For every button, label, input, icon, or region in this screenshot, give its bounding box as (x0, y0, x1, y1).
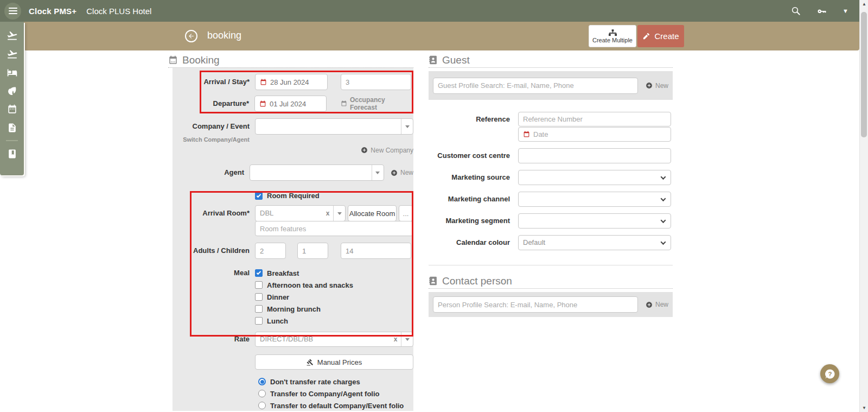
departure-label: Departure* (173, 96, 252, 112)
sidebar-item-flight-arrival[interactable] (0, 26, 24, 45)
new-company-link[interactable]: New Company (361, 147, 413, 154)
stay-nights-input[interactable] (341, 74, 411, 90)
calendar-colour-label: Calendar colour (429, 235, 510, 250)
help-button[interactable]: ? (820, 364, 839, 383)
sidebar-item-rooms[interactable] (0, 63, 24, 81)
chevron-down-icon (661, 218, 666, 223)
allocate-room-button[interactable]: Allocate Room (348, 205, 397, 221)
combo-caret-icon[interactable] (333, 206, 345, 221)
left-nav-sidebar (0, 22, 24, 175)
meal-option-row: Breakfast (255, 269, 299, 277)
gavel-icon (307, 359, 314, 366)
chevron-down-icon (661, 174, 666, 180)
transfer-company-agent-radio[interactable] (258, 390, 266, 397)
transfer-default-company-radio[interactable] (258, 402, 266, 409)
create-button[interactable]: Create (637, 25, 684, 47)
more-options-button[interactable]: ... (399, 205, 413, 221)
create-label: Create (654, 31, 679, 41)
reference-number-input[interactable] (518, 112, 671, 126)
vertical-scrollbar: ▲ ▼ (859, 0, 868, 412)
sidebar-divider (6, 140, 18, 141)
marketing-source-select[interactable] (518, 170, 671, 185)
switch-company-agent-link[interactable]: Switch Company/Agent (173, 136, 250, 143)
meal-lunch-checkbox[interactable] (255, 317, 263, 325)
sidebar-item-calendar[interactable] (0, 100, 24, 118)
room-features-input[interactable] (255, 221, 413, 236)
search-icon[interactable] (790, 5, 801, 16)
hamburger-menu-icon[interactable] (4, 3, 21, 20)
top-app-bar: Clock PMS+ Clock PLUS Hotel ▼ (0, 0, 868, 22)
departure-date-field[interactable]: 01 Jul 2024 (254, 96, 327, 112)
combo-caret-icon[interactable] (401, 119, 413, 134)
guest-profile-search-input[interactable] (433, 78, 638, 94)
scroll-up-arrow[interactable]: ▲ (860, 2, 868, 7)
arrival-room-combobox[interactable]: DBL x (255, 205, 346, 221)
question-bubble-icon: ? (824, 367, 837, 381)
plus-circle-icon (646, 82, 653, 89)
transfer-option-label: Don't transfer rate charges (270, 378, 360, 386)
app-name: Clock PMS+ (29, 7, 76, 16)
manual-prices-button[interactable]: Manual Prices (255, 354, 413, 370)
scrollbar-thumb[interactable] (861, 12, 867, 137)
room-required-checkbox[interactable] (255, 192, 263, 200)
clear-icon[interactable]: x (390, 332, 401, 346)
scroll-down-arrow[interactable]: ▼ (860, 405, 868, 410)
caret-down-icon[interactable]: ▼ (843, 8, 848, 14)
section-divider (429, 265, 673, 265)
meal-option-label: Dinner (267, 293, 289, 301)
arrival-room-label: Arrival Room* (173, 205, 253, 221)
new-contact-link[interactable]: New (646, 301, 668, 308)
chevron-down-icon (661, 196, 666, 201)
meal-dinner-checkbox[interactable] (255, 293, 263, 301)
sidebar-item-documents[interactable] (0, 118, 24, 137)
sidebar-item-eco[interactable] (0, 81, 24, 100)
occupancy-forecast-link[interactable]: Occupancy Forecast (341, 96, 413, 111)
person-profile-search-input[interactable] (433, 296, 638, 313)
booking-calendar-icon (168, 55, 178, 65)
hotel-name: Clock PLUS Hotel (86, 7, 151, 16)
adults-input[interactable] (255, 243, 286, 259)
child-age-input[interactable] (341, 243, 411, 259)
booking-form-panel: Arrival / Stay* 28 Jun 2024 Departure* 0… (173, 68, 413, 411)
meal-label: Meal (173, 269, 253, 325)
back-icon[interactable] (185, 30, 197, 42)
combo-caret-icon[interactable] (401, 332, 413, 346)
guest-search-panel: New (429, 71, 673, 100)
clear-icon[interactable]: x (322, 206, 333, 221)
combo-caret-icon[interactable] (372, 165, 384, 180)
customer-cost-centre-input[interactable] (518, 148, 671, 163)
key-icon[interactable] (816, 5, 827, 16)
page-toolbar: booking Create Multiple Create (24, 22, 859, 50)
meal-option-row: Lunch (255, 316, 288, 325)
agent-label: Agent (173, 164, 247, 181)
rate-combobox[interactable]: DIRECT/DBL/BB x (255, 332, 413, 347)
calendar-colour-select[interactable]: Default (518, 235, 671, 250)
arrival-date-field[interactable]: 28 Jun 2024 (255, 74, 328, 90)
calendar-icon (523, 131, 530, 138)
agent-combobox[interactable] (250, 164, 384, 181)
booking-section-title: Booking (182, 54, 220, 66)
contact-book-icon (429, 55, 438, 65)
marketing-channel-select[interactable] (518, 192, 671, 207)
meal-afternoon-tea-checkbox[interactable] (255, 281, 263, 289)
new-agent-link[interactable]: New (391, 169, 413, 176)
meal-morning-brunch-checkbox[interactable] (255, 305, 263, 313)
meal-breakfast-checkbox[interactable] (255, 269, 263, 277)
svg-text:?: ? (828, 371, 832, 377)
children-input[interactable] (297, 243, 328, 259)
contact-book-icon (429, 276, 438, 286)
create-multiple-button[interactable]: Create Multiple (589, 25, 636, 47)
dont-transfer-radio[interactable] (258, 378, 266, 385)
transfer-option-label: Transfer to default Company/Event folio (270, 402, 404, 410)
contact-search-panel: New (429, 292, 673, 317)
company-event-combobox[interactable] (255, 118, 413, 135)
marketing-segment-select[interactable] (518, 213, 671, 229)
meal-option-label: Afternoon tea and snacks (267, 281, 353, 289)
page-title: booking (207, 30, 241, 41)
sidebar-item-bookings[interactable] (0, 144, 24, 163)
new-guest-link[interactable]: New (646, 82, 668, 90)
reference-date-field[interactable]: Date (518, 127, 671, 142)
sidebar-item-flight-departure[interactable] (0, 45, 24, 63)
plus-circle-icon (646, 301, 653, 308)
transfer-option-row: Transfer to default Company/Event folio (258, 401, 404, 410)
